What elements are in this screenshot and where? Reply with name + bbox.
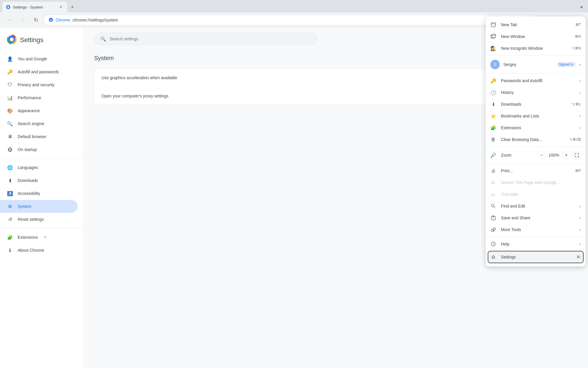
tab-close-button[interactable]: ✕	[58, 4, 64, 10]
menu-item-history[interactable]: 🕐 History ›	[486, 87, 586, 98]
extensions-sidebar-icon: 🧩	[7, 234, 13, 240]
sidebar-item-accessibility[interactable]: ♿ Accessibility	[0, 187, 78, 200]
browser-frame: Settings - System ✕ + ▾ ← → ↻ Chrome chr…	[0, 0, 588, 368]
menu-user-avatar: S	[490, 60, 500, 69]
menu-item-settings[interactable]: ⚙ Settings ⌘,	[488, 251, 583, 263]
chrome-logo	[7, 35, 16, 45]
menu-item-find-edit[interactable]: Find and Edit ›	[486, 200, 586, 212]
sidebar-item-autofill[interactable]: 🔑 Autofill and passwords	[0, 65, 78, 78]
extensions-menu-icon: 🧩	[490, 125, 496, 131]
sidebar-item-you-and-google[interactable]: 👤 You and Google	[0, 52, 78, 65]
menu-item-new-window[interactable]: New Window ⌘N	[486, 31, 586, 42]
sidebar-item-appearance[interactable]: 🎨 Appearance	[0, 104, 78, 117]
menu-item-new-tab[interactable]: New Tab ⌘T	[486, 19, 586, 31]
zoom-plus-button[interactable]: +	[562, 151, 570, 159]
sidebar-item-reset-settings[interactable]: ↺ Reset settings	[0, 213, 78, 226]
menu-divider-3	[486, 147, 586, 147]
sidebar-item-performance[interactable]: 📊 Performance	[0, 91, 78, 104]
menu-item-save-share[interactable]: Save and Share ›	[486, 212, 586, 224]
performance-icon: 📊	[7, 95, 13, 101]
print-label: Print...	[501, 168, 570, 173]
menu-item-extensions-menu[interactable]: 🧩 Extensions ›	[486, 122, 586, 134]
svg-text:?: ?	[492, 243, 494, 246]
sidebar-item-languages[interactable]: 🌐 Languages	[0, 161, 78, 174]
sidebar-label-about-chrome: About Chrome	[18, 248, 44, 253]
menu-user-row[interactable]: S Sergey Signed in ›	[486, 57, 586, 72]
help-chevron-icon: ›	[579, 242, 581, 246]
new-tab-icon	[490, 22, 496, 28]
sidebar-label-appearance: Appearance	[18, 108, 40, 113]
svg-rect-8	[491, 23, 495, 27]
menu-item-new-incognito[interactable]: 🕵 New Incognito Window ⇧⌘N	[486, 42, 586, 54]
menu-item-more-tools[interactable]: More Tools ›	[486, 224, 586, 236]
sidebar-label-languages: Languages	[18, 165, 38, 170]
sidebar-item-downloads[interactable]: ⬇ Downloads	[0, 174, 78, 187]
menu-item-clear-browsing[interactable]: 🗑 Clear Browsing Data... ⇧⌘⌫	[486, 134, 586, 145]
key-icon: 🔑	[7, 69, 13, 75]
new-window-label: New Window	[501, 34, 570, 39]
sidebar-label-extensions: Extensions	[18, 235, 38, 240]
extensions-menu-label: Extensions	[501, 125, 575, 130]
shield-icon: 🛡	[7, 82, 13, 88]
menu-user-name: Sergey	[503, 62, 516, 67]
active-tab[interactable]: Settings - System ✕	[2, 2, 67, 12]
zoom-controls: − 100% +	[537, 151, 581, 159]
sidebar: Settings 👤 You and Google 🔑 Autofill and…	[0, 28, 82, 368]
sidebar-item-privacy[interactable]: 🛡 Privacy and security	[0, 78, 78, 91]
svg-text:S: S	[494, 62, 496, 67]
chrome-menu: New Tab ⌘T New Window ⌘N 🕵 New Incognito…	[486, 16, 586, 266]
sidebar-item-on-startup[interactable]: ⏻ On startup	[0, 143, 78, 156]
more-tools-label: More Tools	[501, 227, 575, 232]
menu-item-print[interactable]: 🖨 Print... ⌘P	[486, 165, 586, 177]
sidebar-item-system[interactable]: ⚙ System	[0, 200, 78, 213]
svg-rect-11	[492, 34, 496, 37]
menu-item-downloads[interactable]: ⬇ Downloads ⌥⌘L	[486, 98, 586, 110]
print-shortcut: ⌘P	[575, 169, 581, 173]
downloads-menu-icon: ⬇	[490, 101, 496, 107]
menu-item-bookmarks[interactable]: ⭐ Bookmarks and Lists ›	[486, 110, 586, 122]
save-share-icon	[490, 215, 496, 221]
menu-user-info: Sergey	[503, 62, 553, 67]
history-icon: 🕐	[490, 89, 496, 95]
search-bar[interactable]: 🔍	[94, 32, 318, 45]
menu-item-passwords[interactable]: 🔑 Passwords and Autofill ›	[486, 75, 586, 87]
sidebar-item-extensions[interactable]: 🧩 Extensions ↗	[0, 231, 78, 244]
svg-line-18	[494, 207, 495, 208]
menu-item-help[interactable]: ? Help ›	[486, 238, 586, 250]
reset-icon: ↺	[7, 216, 13, 222]
settings-menu-label: Settings	[501, 255, 572, 259]
find-edit-label: Find and Edit	[501, 204, 575, 208]
new-window-shortcut: ⌘N	[575, 34, 581, 39]
sidebar-label-search-engine: Search engine	[18, 121, 44, 126]
settings-title: Settings	[20, 36, 44, 44]
accessibility-icon: ♿	[7, 190, 13, 196]
menu-divider-4	[486, 163, 586, 164]
zoom-row: 🔎 Zoom − 100% +	[486, 148, 586, 162]
svg-point-1	[49, 18, 53, 22]
new-tab-label: New Tab	[501, 22, 571, 27]
zoom-minus-button[interactable]: −	[537, 151, 546, 159]
google-search-icon: G	[490, 180, 496, 185]
browser-icon: 🖥	[7, 134, 13, 140]
passwords-chevron-icon: ›	[579, 78, 581, 83]
tab-overflow-button[interactable]: ▾	[577, 3, 586, 11]
forward-button[interactable]: →	[18, 15, 28, 25]
sidebar-label-downloads: Downloads	[18, 178, 38, 183]
sidebar-item-about-chrome[interactable]: ℹ About Chrome	[0, 244, 78, 257]
save-share-chevron-icon: ›	[579, 216, 581, 220]
sidebar-label-on-startup: On startup	[18, 147, 37, 152]
menu-user-status: Signed in	[557, 62, 576, 67]
lock-icon	[49, 17, 53, 23]
address-bar[interactable]: Chrome chrome://settings/system	[44, 15, 535, 25]
tab-title: Settings - System	[13, 5, 56, 9]
search-input[interactable]	[110, 37, 312, 41]
tab-favicon	[6, 5, 11, 9]
sidebar-item-default-browser[interactable]: 🖥 Default browser	[0, 130, 78, 143]
new-tab-button[interactable]: +	[68, 3, 76, 11]
zoom-fullscreen-button[interactable]	[573, 151, 581, 159]
refresh-button[interactable]: ↻	[31, 15, 41, 25]
back-button[interactable]: ←	[5, 15, 15, 25]
sidebar-header: Settings	[0, 30, 82, 52]
sidebar-item-search-engine[interactable]: 🔍 Search engine	[0, 117, 78, 130]
external-link-icon: ↗	[44, 235, 46, 239]
